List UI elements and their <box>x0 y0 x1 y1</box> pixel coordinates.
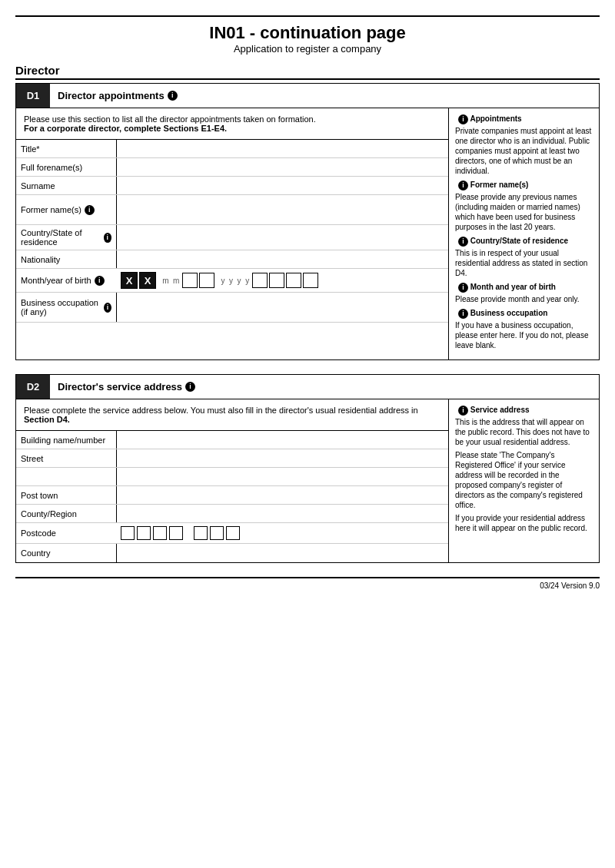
page-header: IN01 - continuation page Application to … <box>15 23 600 55</box>
note-former-icon: i <box>458 181 468 190</box>
d1-body: Please use this section to list all the … <box>16 108 599 359</box>
note-service-icon: i <box>458 406 468 416</box>
field-postcode: Postcode <box>16 523 448 544</box>
note-appointments-heading: i Appointments <box>455 114 593 124</box>
input-country-state[interactable] <box>116 225 448 250</box>
field-building: Building name/number <box>16 431 448 449</box>
note-service-heading: i Service address <box>455 406 593 416</box>
field-country-state: Country/State of residence i <box>16 225 448 250</box>
input-forenames[interactable] <box>116 158 448 176</box>
note-service-text2: Please state 'The Company's Registered O… <box>455 450 593 510</box>
input-building[interactable] <box>116 431 448 449</box>
input-street2[interactable] <box>116 468 448 485</box>
d2-body: Please complete the service address belo… <box>16 399 599 562</box>
postcode-box-7[interactable] <box>226 526 240 540</box>
input-occupation[interactable] <box>116 293 448 322</box>
d2-intro: Please complete the service address belo… <box>16 399 448 431</box>
postcode-box-6[interactable] <box>210 526 224 540</box>
field-street: Street <box>16 449 448 468</box>
note-country-heading: i Country/State of residence <box>455 237 593 247</box>
dob-year-1[interactable] <box>252 273 268 288</box>
d2-title-row: D2 Director's service address i <box>16 375 599 399</box>
page-subtitle: Application to register a company <box>15 43 600 55</box>
label-occupation: Business occupation (if any) i <box>16 293 116 322</box>
field-title: Title* <box>16 140 448 158</box>
d1-intro: Please use this section to list all the … <box>16 108 448 140</box>
field-street2 <box>16 468 448 486</box>
d2-badge: D2 <box>16 375 50 399</box>
dob-month-1[interactable] <box>182 273 198 288</box>
note-service-text3: If you provide your residential address … <box>455 513 593 533</box>
d1-section: D1 Director appointments i Please use th… <box>15 83 600 360</box>
note-appointments-text: Private companies must appoint at least … <box>455 126 593 176</box>
input-county[interactable] <box>116 505 448 522</box>
d1-info-icon: i <box>168 91 178 101</box>
input-street[interactable] <box>116 449 448 467</box>
d2-title: Director's service address i <box>50 375 599 399</box>
postcode-boxes <box>116 523 244 543</box>
former-name-info-icon: i <box>85 205 95 215</box>
country-state-info-icon: i <box>104 233 111 243</box>
dob-year-4[interactable] <box>303 273 318 288</box>
input-surname[interactable] <box>116 177 448 194</box>
postcode-box-2[interactable] <box>137 526 151 540</box>
field-nationality: Nationality <box>16 250 448 269</box>
dob-year-3[interactable] <box>286 273 301 288</box>
note-appointments-icon: i <box>458 114 468 124</box>
input-country[interactable] <box>116 544 448 562</box>
note-former-text: Please provide any previous names (inclu… <box>455 192 593 232</box>
note-occupation-text: If you have a business occupation, pleas… <box>455 320 593 350</box>
field-country: Country <box>16 544 448 562</box>
note-dob-heading: i Month and year of birth <box>455 283 593 293</box>
d1-title: Director appointments i <box>50 84 599 108</box>
label-country: Country <box>16 544 116 562</box>
label-title: Title* <box>16 140 116 157</box>
note-service-text: This is the address that will appear on … <box>455 417 593 447</box>
label-street2 <box>16 468 116 485</box>
d2-fields: Please complete the service address belo… <box>16 399 449 562</box>
dob-year-2[interactable] <box>269 273 284 288</box>
label-post-town: Post town <box>16 486 116 504</box>
note-former-heading: i Former name(s) <box>455 181 593 190</box>
field-dob: Month/year of birth i X X m m y y y y <box>16 269 448 293</box>
dob-inputs: X X m m y y y y <box>116 269 324 292</box>
postcode-box-5[interactable] <box>194 526 208 540</box>
d2-info-icon: i <box>185 382 195 392</box>
dob-month-2[interactable] <box>199 273 214 288</box>
input-title[interactable] <box>116 140 448 157</box>
field-former-name: Former name(s) i <box>16 195 448 225</box>
postcode-box-3[interactable] <box>153 526 167 540</box>
label-dob: Month/year of birth i <box>16 273 116 289</box>
d1-notes: i Appointments Private companies must ap… <box>449 108 599 359</box>
dob-info-icon: i <box>95 276 105 286</box>
d1-badge: D1 <box>16 84 50 108</box>
note-occupation-icon: i <box>458 309 468 319</box>
input-post-town[interactable] <box>116 486 448 504</box>
d1-title-row: D1 Director appointments i <box>16 84 599 108</box>
field-occupation: Business occupation (if any) i <box>16 293 448 323</box>
note-dob-icon: i <box>458 283 468 293</box>
page-footer: 03/24 Version 9.0 <box>15 578 600 593</box>
input-former-name[interactable] <box>116 195 448 224</box>
dob-x2: X <box>139 272 156 289</box>
postcode-box-1[interactable] <box>121 526 135 540</box>
label-nationality: Nationality <box>16 250 116 268</box>
label-surname: Surname <box>16 177 116 194</box>
label-country-state: Country/State of residence i <box>16 225 116 250</box>
note-occupation-heading: i Business occupation <box>455 309 593 319</box>
postcode-box-4[interactable] <box>169 526 183 540</box>
field-county: County/Region <box>16 505 448 523</box>
note-dob-text: Please provide month and year only. <box>455 294 593 304</box>
label-former-name: Former name(s) i <box>16 195 116 224</box>
page-title: IN01 - continuation page <box>15 23 600 43</box>
field-post-town: Post town <box>16 486 448 505</box>
d2-notes: i Service address This is the address th… <box>449 399 599 562</box>
dob-year-label: y y y y <box>221 277 249 285</box>
input-nationality[interactable] <box>116 250 448 268</box>
director-heading: Director <box>15 64 600 80</box>
d1-fields: Please use this section to list all the … <box>16 108 449 359</box>
note-country-icon: i <box>458 237 468 247</box>
d2-section: D2 Director's service address i Please c… <box>15 374 600 563</box>
note-country-text: This is in respect of your usual residen… <box>455 248 593 278</box>
label-street: Street <box>16 449 116 467</box>
